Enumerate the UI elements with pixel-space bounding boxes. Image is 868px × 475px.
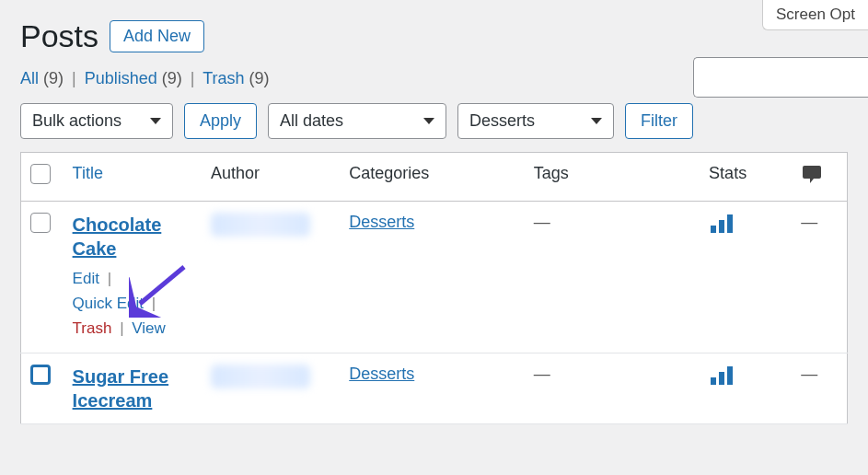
row-checkbox[interactable] xyxy=(30,213,51,233)
filter-published[interactable]: Published xyxy=(85,69,157,87)
bulk-actions-select[interactable]: Bulk actions xyxy=(20,103,173,139)
select-all-checkbox[interactable] xyxy=(30,164,51,184)
add-new-button[interactable]: Add New xyxy=(110,20,204,52)
comments-value: — xyxy=(801,365,817,383)
controls-row: Bulk actions Apply All dates Desserts Fi… xyxy=(0,98,868,152)
posts-table: Title Author Categories Tags Stats Choco… xyxy=(20,152,848,424)
view-link[interactable]: View xyxy=(132,319,166,337)
apply-button[interactable]: Apply xyxy=(184,103,257,139)
row-checkbox[interactable] xyxy=(30,365,51,385)
page-header: Posts Add New xyxy=(0,0,868,54)
category-link[interactable]: Desserts xyxy=(349,365,414,383)
post-title-link[interactable]: Chocolate Cake xyxy=(73,213,192,261)
author-blurred xyxy=(211,213,310,237)
row-actions: Edit | Quick Edit | Trash | View xyxy=(73,266,192,342)
column-title[interactable]: Title xyxy=(64,153,202,202)
divider: | xyxy=(187,69,199,87)
svg-rect-0 xyxy=(711,226,716,233)
filter-published-count: (9) xyxy=(162,69,182,87)
table-row: Chocolate Cake Edit | Quick Edit | Trash… xyxy=(21,202,848,353)
comments-value: — xyxy=(801,213,817,231)
post-title-link[interactable]: Sugar Free Icecream xyxy=(73,365,192,412)
filter-trash-count: (9) xyxy=(249,69,270,87)
category-filter-select[interactable]: Desserts xyxy=(457,103,614,139)
filter-button[interactable]: Filter xyxy=(625,103,693,139)
bulk-actions-label: Bulk actions xyxy=(32,111,122,131)
table-row: Sugar Free Icecream Desserts — — xyxy=(21,353,848,423)
column-author: Author xyxy=(202,153,340,202)
column-comments xyxy=(792,153,847,202)
svg-rect-2 xyxy=(727,214,733,233)
svg-rect-4 xyxy=(719,372,724,385)
comment-icon xyxy=(801,166,823,189)
edit-link[interactable]: Edit xyxy=(73,270,99,287)
filter-all-count: (9) xyxy=(43,69,64,87)
page-title: Posts xyxy=(20,18,98,54)
quick-edit-link[interactable]: Quick Edit xyxy=(73,295,144,312)
filter-all[interactable]: All xyxy=(20,69,39,87)
column-categories: Categories xyxy=(340,153,524,202)
search-input[interactable] xyxy=(693,57,868,98)
stats-icon[interactable] xyxy=(709,365,782,387)
svg-rect-1 xyxy=(719,220,724,233)
date-filter-select[interactable]: All dates xyxy=(268,103,446,139)
tags-value: — xyxy=(534,213,550,231)
divider: | xyxy=(68,69,80,87)
author-blurred xyxy=(211,365,310,388)
date-filter-label: All dates xyxy=(280,111,343,131)
svg-rect-3 xyxy=(711,377,716,385)
select-all-header xyxy=(21,153,64,202)
column-tags: Tags xyxy=(525,153,700,202)
trash-link[interactable]: Trash xyxy=(73,319,112,337)
svg-rect-5 xyxy=(727,366,733,385)
screen-options-button[interactable]: Screen Opt xyxy=(762,0,868,30)
tags-value: — xyxy=(534,365,550,383)
column-stats: Stats xyxy=(700,153,792,202)
stats-icon[interactable] xyxy=(709,213,782,235)
category-link[interactable]: Desserts xyxy=(349,213,414,231)
category-filter-label: Desserts xyxy=(469,111,535,131)
filter-trash[interactable]: Trash xyxy=(203,69,244,87)
